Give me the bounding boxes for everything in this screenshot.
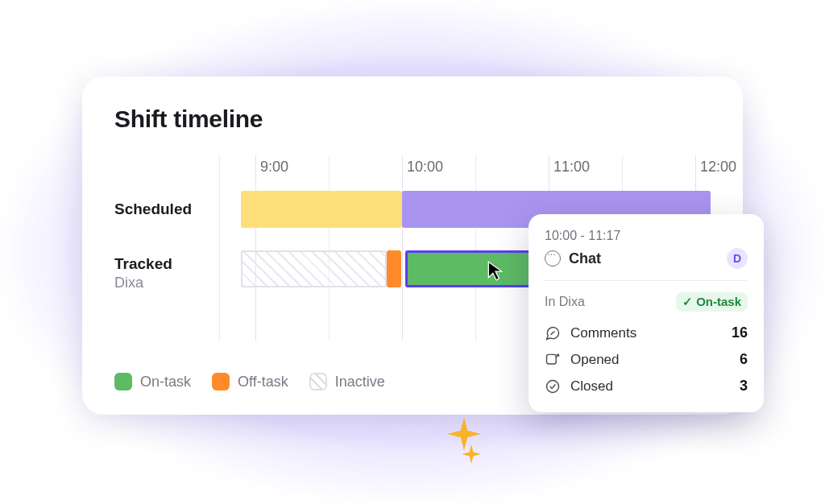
row-label-scheduled: Scheduled bbox=[114, 200, 192, 218]
gridline bbox=[475, 155, 476, 341]
metric-value: 3 bbox=[740, 378, 748, 395]
tooltip-channel: Chat bbox=[569, 250, 719, 267]
metric-label: Closed bbox=[570, 378, 730, 395]
legend-label: On-task bbox=[140, 374, 191, 390]
swatch-inactive bbox=[309, 373, 327, 390]
metric-comments: Comments 16 bbox=[545, 320, 748, 346]
gridline bbox=[219, 155, 220, 341]
legend-inactive: Inactive bbox=[309, 373, 385, 390]
chat-icon bbox=[545, 250, 561, 266]
legend-label: Inactive bbox=[335, 374, 385, 390]
opened-icon bbox=[545, 352, 561, 368]
gridline bbox=[329, 155, 330, 341]
hour-label: 10:00 bbox=[407, 159, 443, 176]
metric-value: 6 bbox=[740, 351, 748, 368]
metric-value: 16 bbox=[732, 324, 748, 341]
row-label-tracked: Tracked bbox=[114, 255, 172, 273]
legend-off-task: Off-task bbox=[212, 373, 288, 390]
hour-label: 11:00 bbox=[553, 159, 590, 176]
hour-label: 12:00 bbox=[700, 159, 736, 176]
legend-label: Off-task bbox=[238, 374, 288, 390]
metric-closed: Closed 3 bbox=[545, 373, 748, 399]
segment-tooltip: 10:00 - 11:17 Chat D In Dixa ✓On-task Co… bbox=[529, 214, 764, 412]
hour-label: 9:00 bbox=[260, 159, 288, 176]
legend: On-task Off-task Inactive bbox=[114, 373, 385, 390]
tooltip-time-range: 10:00 - 11:17 bbox=[545, 229, 748, 243]
row-sublabel-tracked-source: Dixa bbox=[114, 275, 143, 291]
swatch-on-task bbox=[114, 373, 132, 390]
status-badge: ✓On-task bbox=[676, 292, 748, 312]
page-title: Shift timeline bbox=[114, 105, 711, 133]
svg-point-1 bbox=[547, 380, 559, 392]
svg-rect-0 bbox=[547, 354, 557, 364]
gridline-10 bbox=[402, 155, 403, 341]
sparkle-icon bbox=[462, 444, 481, 464]
metric-label: Opened bbox=[570, 352, 730, 368]
comments-icon bbox=[545, 325, 561, 341]
swatch-off-task bbox=[212, 373, 230, 390]
scheduled-segment-1[interactable] bbox=[241, 191, 402, 228]
tracked-segment-off-task[interactable] bbox=[387, 250, 401, 287]
status-badge-label: On-task bbox=[696, 295, 741, 308]
brand-badge-icon: D bbox=[727, 248, 748, 269]
metric-opened: Opened 6 bbox=[545, 346, 748, 373]
legend-on-task: On-task bbox=[114, 373, 191, 390]
tooltip-context-label: In Dixa bbox=[545, 295, 585, 309]
check-icon: ✓ bbox=[682, 295, 693, 308]
metric-label: Comments bbox=[570, 325, 722, 341]
gridline-9 bbox=[255, 155, 256, 341]
tracked-segment-inactive[interactable] bbox=[241, 250, 387, 287]
closed-icon bbox=[545, 378, 561, 395]
